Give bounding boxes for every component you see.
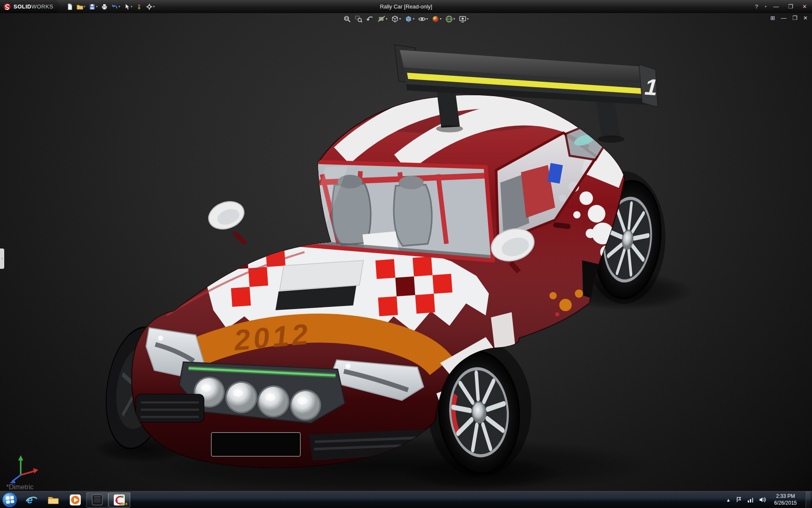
clock-time: 2:33 PM <box>774 493 797 500</box>
scene-globe-icon <box>445 15 453 23</box>
undo-dropdown-caret[interactable]: ▾ <box>118 5 120 8</box>
windshield <box>300 162 493 260</box>
display-style-caret[interactable]: ▾ <box>413 17 414 21</box>
options-dropdown-caret[interactable]: ▾ <box>153 5 155 8</box>
hood-scoop-top <box>280 260 363 290</box>
rebuild-button[interactable] <box>134 3 144 11</box>
view-settings-button[interactable]: ▾ <box>458 14 470 24</box>
appearance-ball-icon <box>432 15 439 23</box>
hide-show-eye-icon <box>418 15 426 23</box>
start-button[interactable] <box>3 493 17 507</box>
zoom-fit-icon <box>343 15 351 23</box>
save-icon <box>89 3 96 10</box>
hide-show-caret[interactable]: ▾ <box>426 17 428 21</box>
zoom-fit-button[interactable] <box>342 14 352 24</box>
options-button[interactable]: ▾ <box>145 3 156 11</box>
open-folder-icon <box>77 3 83 10</box>
dark-app-icon <box>91 494 103 506</box>
section-view-icon <box>378 15 385 23</box>
windows-flag-icon <box>5 496 14 504</box>
solidworks-logo <box>3 3 11 11</box>
rally-car-3d-model[interactable]: 2012 <box>0 13 812 491</box>
race-number-decal: 1 <box>644 74 658 100</box>
save-button[interactable]: ▾ <box>88 3 99 11</box>
taskbar-item-app-window-dark[interactable] <box>86 492 108 508</box>
show-hidden-icons-button[interactable]: ▲ <box>726 497 731 502</box>
appearance-caret[interactable]: ▾ <box>440 17 442 21</box>
titlebar: SOLIDWORKS ▾ ▾ ▾ ▾ ▾ <box>0 0 812 13</box>
help-button[interactable]: ? <box>752 3 760 10</box>
apply-scene-button[interactable]: ▾ <box>444 14 456 24</box>
new-document-button[interactable] <box>65 3 74 11</box>
zoom-area-icon <box>355 15 362 23</box>
section-view-caret[interactable]: ▾ <box>386 17 387 21</box>
hood-year-decal: 2012 <box>232 318 312 357</box>
save-dropdown-caret[interactable]: ▾ <box>96 5 98 8</box>
open-button[interactable]: ▾ <box>75 3 87 11</box>
license-plate <box>211 433 301 456</box>
open-dropdown-caret[interactable]: ▾ <box>84 5 85 8</box>
solidworks-version-badge: 2015 <box>120 502 127 506</box>
heads-up-view-toolbar: ▾ ▾ ▾ ▾ ▾ ▾ ▾ <box>342 14 470 24</box>
options-gear-icon <box>146 3 153 10</box>
system-tray: ▲ 2:33 PM 6/26/2015 <box>726 491 812 508</box>
taskbar-item-internet-explorer[interactable]: e <box>20 491 42 508</box>
print-button[interactable] <box>100 3 109 11</box>
minimize-button[interactable]: — <box>771 3 781 10</box>
close-button[interactable]: ✕ <box>800 3 809 10</box>
brand-light: WORKS <box>31 3 53 10</box>
previous-view-icon <box>366 15 374 23</box>
show-desktop-button[interactable] <box>805 491 810 508</box>
internet-explorer-icon: e <box>25 494 38 506</box>
undo-button[interactable]: ▾ <box>110 3 121 11</box>
brand-text: SOLIDWORKS <box>14 3 53 10</box>
volume-icon[interactable] <box>759 497 766 503</box>
restore-button[interactable]: ❐ <box>785 3 796 10</box>
orientation-triad <box>10 456 38 483</box>
view-settings-icon <box>459 15 466 23</box>
hide-show-items-button[interactable]: ▾ <box>417 14 429 24</box>
clock-date: 6/26/2015 <box>774 500 797 507</box>
taskbar-item-solidworks-2015[interactable]: 2015 <box>108 492 130 508</box>
graphics-area[interactable]: ▾ ▾ ▾ ▾ ▾ ▾ ▾ ⊞ — ❐ ✕ <box>0 13 812 491</box>
taskbar-item-media-player[interactable] <box>64 491 86 508</box>
scene-caret[interactable]: ▾ <box>453 17 455 21</box>
document-window-controls: ⊞ — ❐ ✕ <box>771 15 808 21</box>
tile-window-icon[interactable]: ⊞ <box>771 15 775 21</box>
view-orientation-icon <box>391 15 399 23</box>
zoom-area-button[interactable] <box>354 14 364 24</box>
select-button[interactable]: ▾ <box>122 3 134 11</box>
passenger-seat <box>394 185 432 246</box>
window-controls: ? ▾ — ❐ ✕ <box>752 0 809 13</box>
help-dropdown-caret[interactable]: ▾ <box>765 5 766 8</box>
select-cursor-icon <box>123 3 130 10</box>
edit-appearance-button[interactable]: ▾ <box>431 14 443 24</box>
left-mirror <box>205 197 247 244</box>
view-orientation-label: *Dimetric <box>6 483 34 491</box>
restore-document-icon[interactable]: ❐ <box>792 15 797 21</box>
print-icon <box>101 3 108 10</box>
rebuild-icon <box>136 3 143 10</box>
desktop: { "window": { "brand": { "bold": "SOLID"… <box>0 0 812 508</box>
display-style-icon <box>405 15 412 23</box>
display-style-button[interactable]: ▾ <box>403 14 416 24</box>
action-center-icon[interactable] <box>736 497 742 503</box>
media-player-icon <box>69 494 81 506</box>
minimize-document-icon[interactable]: — <box>781 15 786 21</box>
select-dropdown-caret[interactable]: ▾ <box>131 5 132 8</box>
view-orientation-caret[interactable]: ▾ <box>399 17 401 21</box>
view-settings-caret[interactable]: ▾ <box>467 17 469 21</box>
taskbar: e 2015 ▲ <box>0 491 812 508</box>
network-icon[interactable] <box>747 497 754 503</box>
view-orientation-button[interactable]: ▾ <box>390 14 402 24</box>
taskbar-clock[interactable]: 2:33 PM 6/26/2015 <box>771 493 800 506</box>
section-view-button[interactable]: ▾ <box>376 14 389 24</box>
close-document-icon[interactable]: ✕ <box>803 15 808 21</box>
solidworks-brand: SOLIDWORKS <box>0 0 61 13</box>
folder-icon <box>47 494 60 506</box>
new-document-icon <box>66 3 73 10</box>
feature-panel-collapsed-tab[interactable]: ‹ <box>0 248 4 269</box>
taskbar-item-windows-explorer[interactable] <box>42 491 64 508</box>
previous-view-button[interactable] <box>365 14 375 24</box>
brand-bold: SOLID <box>14 3 31 10</box>
